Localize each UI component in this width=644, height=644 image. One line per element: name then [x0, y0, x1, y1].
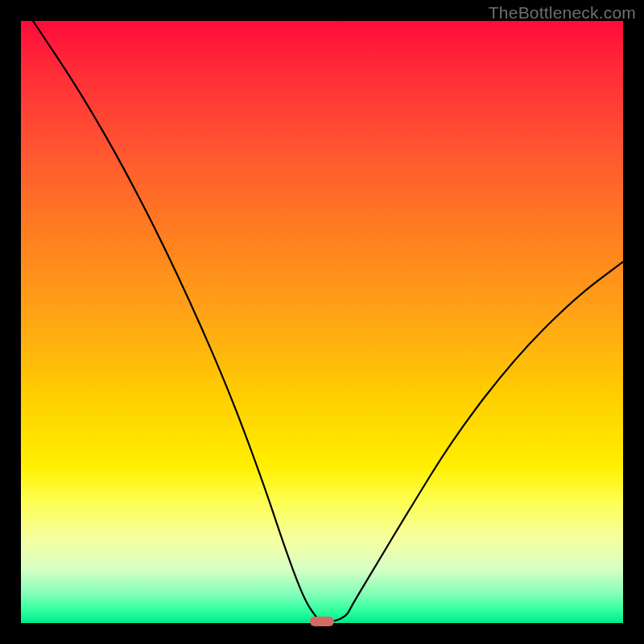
curve-path: [33, 21, 623, 623]
chart-frame: TheBottleneck.com: [0, 0, 644, 644]
bottleneck-curve: [21, 21, 623, 623]
plot-area: [21, 21, 623, 623]
watermark-label: TheBottleneck.com: [489, 3, 636, 23]
optimum-marker: [310, 617, 334, 626]
